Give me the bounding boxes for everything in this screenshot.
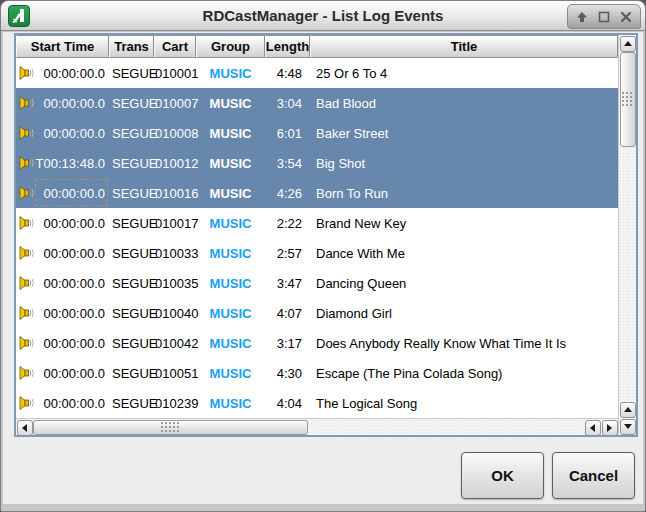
cart-cell: 010033: [154, 238, 196, 268]
scroll-up-button[interactable]: [620, 36, 636, 52]
close-icon: [620, 11, 632, 23]
speaker-icon[interactable]: [19, 65, 35, 81]
group-cell: MUSIC: [196, 148, 265, 178]
group-cell: MUSIC: [196, 208, 265, 238]
start-time-cell: 00:00:00.0: [16, 238, 109, 268]
titlebar[interactable]: RDCastManager - List Log Events: [1, 1, 645, 31]
speaker-icon[interactable]: [19, 155, 35, 171]
title-cell: Born To Run: [310, 178, 618, 208]
start-time-cell: 00:00:00.0: [16, 208, 109, 238]
trans-cell: SEGUE: [109, 58, 154, 88]
cancel-button[interactable]: Cancel: [552, 452, 635, 499]
title-cell: Big Shot: [310, 148, 618, 178]
log-events-list: Start Time Trans Cart Group Length Title…: [14, 33, 638, 437]
length-cell: 3:17: [265, 328, 310, 358]
log-event-row[interactable]: 00:00:00.0 SEGUE 010033 MUSIC 2:57 Dance…: [16, 238, 618, 268]
title-cell: The Logical Song: [310, 388, 618, 418]
log-event-row[interactable]: 00:00:00.0 SEGUE 010016 MUSIC 4:26 Born …: [16, 178, 618, 208]
speaker-icon[interactable]: [19, 185, 35, 201]
trans-cell: SEGUE: [109, 208, 154, 238]
start-time-cell: 00:00:00.0: [16, 298, 109, 328]
log-event-row[interactable]: 00:00:00.0 SEGUE 010035 MUSIC 3:47 Danci…: [16, 268, 618, 298]
column-header-length[interactable]: Length: [265, 35, 310, 58]
title-cell: Diamond Girl: [310, 298, 618, 328]
maximize-button[interactable]: [594, 7, 614, 26]
length-cell: 3:54: [265, 148, 310, 178]
trans-cell: SEGUE: [109, 328, 154, 358]
start-time-cell: 00:00:00.0: [16, 388, 109, 418]
speaker-icon[interactable]: [19, 245, 35, 261]
length-cell: 2:22: [265, 208, 310, 238]
list-header: Start Time Trans Cart Group Length Title: [16, 35, 618, 58]
window-controls: [567, 4, 641, 29]
cart-cell: 010042: [154, 328, 196, 358]
ok-button[interactable]: OK: [461, 452, 544, 499]
vertical-scrollbar-slider[interactable]: [620, 52, 636, 147]
group-cell: MUSIC: [196, 58, 265, 88]
horizontal-scrollbar-slider[interactable]: [33, 420, 308, 435]
slider-grip: [160, 421, 181, 434]
speaker-icon[interactable]: [19, 215, 35, 231]
log-event-row[interactable]: 00:00:00.0 SEGUE 010042 MUSIC 3:17 Does …: [16, 328, 618, 358]
speaker-icon[interactable]: [19, 275, 35, 291]
speaker-icon[interactable]: [19, 365, 35, 381]
log-event-row[interactable]: T00:13:48.0 SEGUE 010012 MUSIC 3:54 Big …: [16, 148, 618, 178]
trans-cell: SEGUE: [109, 268, 154, 298]
column-header-start-time[interactable]: Start Time: [16, 35, 109, 58]
column-header-title[interactable]: Title: [310, 35, 618, 58]
shade-button[interactable]: [572, 7, 592, 26]
start-time-cell: 00:00:00.0: [16, 88, 109, 118]
log-event-row[interactable]: 00:00:00.0 SEGUE 010017 MUSIC 2:22 Brand…: [16, 208, 618, 238]
scroll-down-button[interactable]: [620, 419, 636, 435]
group-cell: MUSIC: [196, 268, 265, 298]
vertical-scrollbar[interactable]: [618, 35, 636, 435]
title-cell: Does Anybody Really Know What Time It Is: [310, 328, 618, 358]
speaker-icon[interactable]: [19, 125, 35, 141]
horizontal-scrollbar-track[interactable]: [308, 419, 584, 435]
start-time-cell: 00:00:00.0: [16, 358, 109, 388]
length-cell: 4:48: [265, 58, 310, 88]
right-arrow-icon: [607, 424, 612, 432]
down-arrow-icon: [624, 424, 632, 429]
log-event-row[interactable]: 00:00:00.0 SEGUE 010051 MUSIC 4:30 Escap…: [16, 358, 618, 388]
column-header-cart[interactable]: Cart: [154, 35, 196, 58]
trans-cell: SEGUE: [109, 148, 154, 178]
trans-cell: SEGUE: [109, 388, 154, 418]
group-cell: MUSIC: [196, 358, 265, 388]
scroll-left-button[interactable]: [17, 420, 33, 436]
length-cell: 6:01: [265, 118, 310, 148]
speaker-icon[interactable]: [19, 305, 35, 321]
scroll-left-button-2[interactable]: [585, 420, 601, 436]
scroll-right-button[interactable]: [602, 420, 618, 436]
group-cell: MUSIC: [196, 178, 265, 208]
column-header-trans[interactable]: Trans: [109, 35, 154, 58]
title-cell: Bad Blood: [310, 88, 618, 118]
slider-grip: [621, 91, 634, 108]
cart-cell: 010035: [154, 268, 196, 298]
up-arrow-icon: [624, 41, 632, 46]
speaker-icon[interactable]: [19, 395, 35, 411]
group-cell: MUSIC: [196, 88, 265, 118]
horizontal-scrollbar[interactable]: [16, 418, 618, 435]
close-button[interactable]: [616, 7, 636, 26]
start-time-cell: 00:00:00.0: [16, 268, 109, 298]
log-event-row[interactable]: 00:00:00.0 SEGUE 010007 MUSIC 3:04 Bad B…: [16, 88, 618, 118]
speaker-icon[interactable]: [19, 335, 35, 351]
scroll-up-button-2[interactable]: [620, 402, 636, 418]
speaker-icon[interactable]: [19, 95, 35, 111]
title-cell: Dancing Queen: [310, 268, 618, 298]
trans-cell: SEGUE: [109, 238, 154, 268]
column-header-group[interactable]: Group: [196, 35, 265, 58]
rdcastmanager-window: RDCastManager - List Log Events: [0, 0, 646, 512]
cart-cell: 010017: [154, 208, 196, 238]
log-event-row[interactable]: 00:00:00.0 SEGUE 010001 MUSIC 4:48 25 Or…: [16, 58, 618, 88]
cart-cell: 010051: [154, 358, 196, 388]
log-event-row[interactable]: 00:00:00.0 SEGUE 010040 MUSIC 4:07 Diamo…: [16, 298, 618, 328]
cart-cell: 010040: [154, 298, 196, 328]
vertical-scrollbar-track[interactable]: [619, 147, 636, 401]
cart-cell: 010016: [154, 178, 196, 208]
log-event-row[interactable]: 00:00:00.0 SEGUE 010008 MUSIC 6:01 Baker…: [16, 118, 618, 148]
start-time-cell: 00:00:00.0: [16, 118, 109, 148]
start-time-cell: 00:00:00.0: [16, 328, 109, 358]
log-event-row[interactable]: 00:00:00.0 SEGUE 010239 MUSIC 4:04 The L…: [16, 388, 618, 418]
